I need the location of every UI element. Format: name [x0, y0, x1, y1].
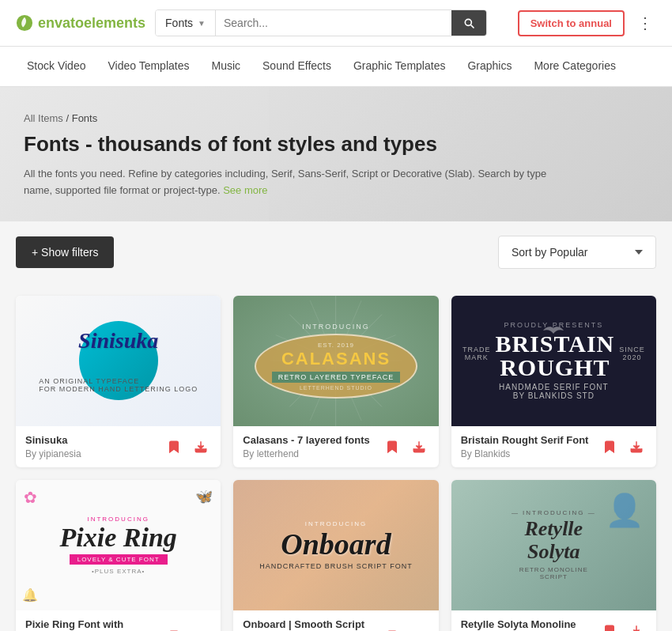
card-title-calasans: Calasans - 7 layered fonts — [243, 434, 381, 446]
download-icon — [412, 440, 426, 454]
search-category-dropdown[interactable]: Fonts ▼ — [156, 10, 216, 36]
card-author-sinisuka: By yipianesia — [25, 448, 164, 459]
search-category-label: Fonts — [165, 17, 193, 29]
card-actions-sinisuka — [164, 436, 211, 457]
card-actions-bristain — [599, 436, 647, 457]
header-right: Switch to annual ⋮ — [518, 10, 656, 36]
search-icon — [462, 17, 475, 29]
sort-chevron-icon — [635, 250, 643, 255]
nav-item-graphic-templates[interactable]: Graphic Templates — [342, 47, 456, 86]
download-button-onboard[interactable] — [409, 626, 429, 631]
font-card-retylle: — INTRODUCING — Retylle Solyta RETRO MON… — [451, 480, 656, 631]
card-info-sinisuka: Sinisuka By yipianesia — [16, 426, 221, 467]
bookmark-icon — [385, 440, 399, 454]
main-nav: Stock Video Video Templates Music Sound … — [0, 47, 672, 87]
breadcrumb-all-items[interactable]: All Items — [24, 112, 63, 124]
breadcrumb-separator: / — [63, 112, 72, 124]
card-title-sinisuka: Sinisuka — [25, 434, 164, 446]
card-image-calasans: INTRODUCING EST. 2019 CALASANS RETRO LAY… — [233, 296, 438, 426]
logo[interactable]: envatoelements — [16, 14, 145, 32]
card-image-retylle: — INTRODUCING — Retylle Solyta RETRO MON… — [451, 480, 656, 610]
bookmark-button-retylle[interactable] — [599, 621, 620, 631]
card-actions-calasans — [382, 436, 429, 457]
hero-desc-text: All the fonts you need. Refine by catego… — [24, 168, 546, 196]
dropdown-chevron-icon: ▼ — [198, 19, 206, 28]
card-title-onboard: Onboard | Smooth Script Font — [243, 618, 381, 631]
font-card-sinisuka: Sinisuka AN ORIGINAL TYPEFACEFOR MODERN … — [16, 296, 221, 467]
download-icon — [194, 440, 208, 454]
card-info-bristain: Bristain Rought Serif Font By Blankids — [451, 426, 656, 467]
download-button-sinisuka[interactable] — [191, 436, 211, 457]
card-text-sinisuka: Sinisuka By yipianesia — [25, 434, 164, 459]
download-icon — [629, 624, 644, 631]
card-text-onboard: Onboard | Smooth Script Font By Vunira — [243, 618, 381, 631]
card-text-pixie-ring: Pixie Ring Font with Illustrations By ya… — [25, 618, 164, 631]
bookmark-icon — [167, 440, 181, 454]
card-info-onboard: Onboard | Smooth Script Font By Vunira — [233, 610, 438, 631]
hero-section: All Items / Fonts Fonts - thousands of f… — [0, 87, 672, 221]
card-info-pixie-ring: Pixie Ring Font with Illustrations By ya… — [16, 610, 221, 631]
breadcrumb-current: Fonts — [72, 112, 98, 124]
download-button-calasans[interactable] — [409, 436, 429, 457]
sort-label: Sort by Popular — [512, 246, 588, 259]
card-image-pixie-ring: INTRODUCING Pixie Ring LOVELY & CUTE FON… — [16, 480, 221, 610]
font-card-onboard: INTRODUCING Onboard HANDCRAFTED BRUSH SC… — [233, 480, 438, 631]
show-filters-button[interactable]: + Show filters — [16, 236, 114, 268]
bookmark-button-sinisuka[interactable] — [164, 436, 184, 457]
card-actions-onboard — [382, 626, 429, 631]
nav-item-stock-video[interactable]: Stock Video — [16, 47, 96, 86]
search-input[interactable] — [216, 10, 451, 36]
sort-dropdown[interactable]: Sort by Popular — [498, 236, 656, 269]
nav-item-video-templates[interactable]: Video Templates — [96, 47, 200, 86]
nav-item-more-categories[interactable]: More Categories — [523, 47, 627, 86]
nav-item-music[interactable]: Music — [200, 47, 251, 86]
download-button-pixie-ring[interactable] — [191, 626, 211, 631]
font-grid: Sinisuka AN ORIGINAL TYPEFACEFOR MODERN … — [0, 283, 672, 631]
page-title: Fonts - thousands of font styles and typ… — [24, 132, 648, 157]
bird-icon — [542, 324, 565, 340]
bookmark-icon — [602, 440, 617, 454]
hero-description: All the fonts you need. Refine by catego… — [24, 166, 561, 199]
bookmark-button-onboard[interactable] — [382, 626, 402, 631]
card-text-bristain: Bristain Rought Serif Font By Blankids — [461, 434, 599, 459]
logo-text: envatoelements — [38, 15, 145, 32]
card-info-retylle: Retylle Solyta Monoline By RahardiCreati… — [451, 610, 656, 631]
search-button[interactable] — [451, 10, 486, 36]
bookmark-button-bristain[interactable] — [599, 436, 620, 457]
card-image-sinisuka: Sinisuka AN ORIGINAL TYPEFACEFOR MODERN … — [16, 296, 221, 426]
header: envatoelements Fonts ▼ Switch to annual … — [0, 0, 672, 47]
card-text-calasans: Calasans - 7 layered fonts By letterhend — [243, 434, 381, 459]
switch-annual-button[interactable]: Switch to annual — [518, 10, 625, 36]
envato-leaf-icon — [16, 14, 33, 32]
card-image-bristain: PROUDLY PRESENTS TRADEMARK BRISTAIN ROUG… — [451, 296, 656, 426]
bookmark-icon — [602, 624, 617, 631]
download-button-retylle[interactable] — [626, 621, 647, 631]
font-card-calasans: INTRODUCING EST. 2019 CALASANS RETRO LAY… — [233, 296, 438, 467]
nav-item-graphics[interactable]: Graphics — [456, 47, 523, 86]
font-card-bristain: PROUDLY PRESENTS TRADEMARK BRISTAIN ROUG… — [451, 296, 656, 467]
card-title-retylle: Retylle Solyta Monoline — [461, 618, 599, 630]
card-title-bristain: Bristain Rought Serif Font — [461, 434, 599, 446]
card-title-pixie-ring: Pixie Ring Font with Illustrations — [25, 618, 164, 631]
download-button-bristain[interactable] — [626, 436, 647, 457]
card-image-onboard: INTRODUCING Onboard HANDCRAFTED BRUSH SC… — [233, 480, 438, 610]
card-text-retylle: Retylle Solyta Monoline By RahardiCreati… — [461, 618, 599, 631]
font-card-pixie-ring: INTRODUCING Pixie Ring LOVELY & CUTE FON… — [16, 480, 221, 631]
search-bar: Fonts ▼ — [155, 9, 487, 36]
bookmark-button-calasans[interactable] — [382, 436, 402, 457]
nav-item-sound-effects[interactable]: Sound Effects — [251, 47, 342, 86]
card-info-calasans: Calasans - 7 layered fonts By letterhend — [233, 426, 438, 467]
card-actions-pixie-ring — [164, 626, 211, 631]
card-author-bristain: By Blankids — [461, 448, 599, 459]
breadcrumb: All Items / Fonts — [24, 112, 648, 124]
card-author-calasans: By letterhend — [243, 448, 381, 459]
see-more-link[interactable]: See more — [223, 184, 267, 196]
filter-bar: + Show filters Sort by Popular — [0, 221, 672, 283]
bookmark-button-pixie-ring[interactable] — [164, 626, 184, 631]
download-icon — [629, 440, 644, 454]
more-options-button[interactable]: ⋮ — [634, 13, 656, 32]
card-actions-retylle — [599, 621, 647, 631]
